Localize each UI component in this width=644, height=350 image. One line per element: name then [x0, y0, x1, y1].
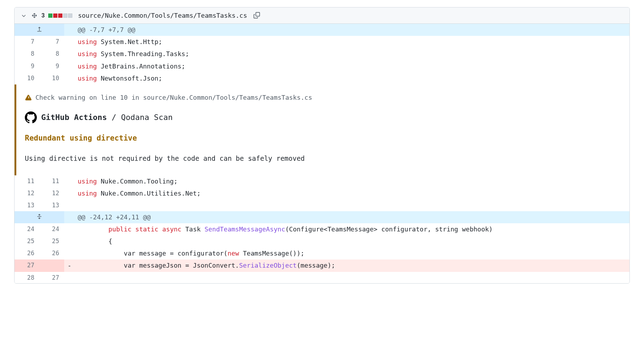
hunk-header-row: @@ -7,7 +7,7 @@ — [15, 24, 629, 36]
line-num-new[interactable]: 11 — [39, 175, 64, 187]
annotation-title: Redundant using directive — [25, 131, 621, 146]
diffstat — [48, 13, 72, 18]
diffstat-add-block — [48, 13, 52, 18]
code-line: 7 7 using System.Net.Http; — [15, 36, 629, 48]
code-line: 24 24 public static async Task SendTeams… — [15, 223, 629, 235]
expand-icon[interactable] — [15, 211, 64, 223]
line-num-old[interactable]: 12 — [15, 187, 39, 199]
line-num-old[interactable]: 10 — [15, 72, 39, 84]
expand-up-icon[interactable] — [15, 24, 64, 36]
check-annotation: Check warning on line 10 in source/Nuke.… — [15, 84, 629, 175]
line-num-old[interactable]: 11 — [15, 175, 39, 187]
chevron-down-icon[interactable] — [20, 12, 27, 19]
diffstat-neutral-block — [63, 13, 67, 18]
line-num-new[interactable]: 24 — [39, 223, 64, 235]
line-num-old[interactable]: 25 — [15, 235, 39, 247]
annotation-source: GitHub Actions / Qodana Scan — [25, 110, 621, 125]
annotation-body: Using directive is not required by the c… — [25, 152, 621, 165]
code-line: 8 8 using System.Threading.Tasks; — [15, 48, 629, 60]
line-num-old[interactable]: 24 — [15, 223, 39, 235]
hunk-header: @@ -7,7 +7,7 @@ — [75, 24, 629, 36]
line-num-new[interactable]: 7 — [39, 36, 64, 48]
diff-file-container: 3 source/Nuke.Common/Tools/Teams/TeamsTa… — [14, 7, 630, 284]
line-num-new[interactable]: 9 — [39, 60, 64, 72]
code-line: 28 27 — [15, 272, 629, 283]
file-path[interactable]: source/Nuke.Common/Tools/Teams/TeamsTask… — [78, 12, 247, 19]
annotation-row: Check warning on line 10 in source/Nuke.… — [15, 84, 629, 175]
code-line: 9 9 using JetBrains.Annotations; — [15, 60, 629, 72]
hunk-header-row: @@ -24,12 +24,11 @@ — [15, 211, 629, 223]
change-count: 3 — [41, 12, 45, 19]
line-num-old[interactable]: 8 — [15, 48, 39, 60]
line-num-new[interactable]: 8 — [39, 48, 64, 60]
line-num-old[interactable]: 7 — [15, 36, 39, 48]
line-num-old[interactable]: 26 — [15, 247, 39, 259]
code-line: 10 10 using Newtonsoft.Json; — [15, 72, 629, 84]
expand-all-icon[interactable] — [31, 12, 38, 19]
annotation-source-name[interactable]: GitHub Actions — [41, 113, 107, 122]
line-num-old[interactable]: 9 — [15, 60, 39, 72]
code-line: 13 13 — [15, 199, 629, 211]
line-num-new[interactable]: 27 — [39, 272, 64, 283]
annotation-source-tool: Qodana Scan — [121, 113, 173, 122]
file-header: 3 source/Nuke.Common/Tools/Teams/TeamsTa… — [15, 7, 629, 24]
copy-icon[interactable] — [254, 12, 261, 19]
line-num-new[interactable]: 25 — [39, 235, 64, 247]
annotation-header: Check warning on line 10 in source/Nuke.… — [25, 92, 621, 104]
diffstat-neutral-block — [68, 13, 72, 18]
line-num-new[interactable]: 10 — [39, 72, 64, 84]
line-num-new[interactable]: 13 — [39, 199, 64, 211]
line-num-new[interactable]: 12 — [39, 187, 64, 199]
code-line: 12 12 using Nuke.Common.Utilities.Net; — [15, 187, 629, 199]
diffstat-del-block — [58, 13, 62, 18]
diff-table: @@ -7,7 +7,7 @@ 7 7 using System.Net.Htt… — [15, 24, 629, 283]
line-num-old[interactable]: 27 — [15, 259, 39, 272]
github-icon — [25, 111, 37, 124]
code-line: 26 26 var message = configurator(new Tea… — [15, 247, 629, 259]
hunk-header: @@ -24,12 +24,11 @@ — [75, 211, 629, 223]
annotation-warning-text: Check warning on line 10 in source/Nuke.… — [35, 92, 312, 104]
diffstat-del-block — [53, 13, 57, 18]
line-num-new[interactable]: 26 — [39, 247, 64, 259]
code-line: 25 25 { — [15, 235, 629, 247]
line-num-old[interactable]: 28 — [15, 272, 39, 283]
code-line: 11 11 using Nuke.Common.Tooling; — [15, 175, 629, 187]
deletion-marker: - — [64, 259, 75, 272]
code-line-deleted: 27 - var messageJson = JsonConvert.Seria… — [15, 259, 629, 272]
warning-icon — [25, 94, 32, 101]
line-num-old[interactable]: 13 — [15, 199, 39, 211]
